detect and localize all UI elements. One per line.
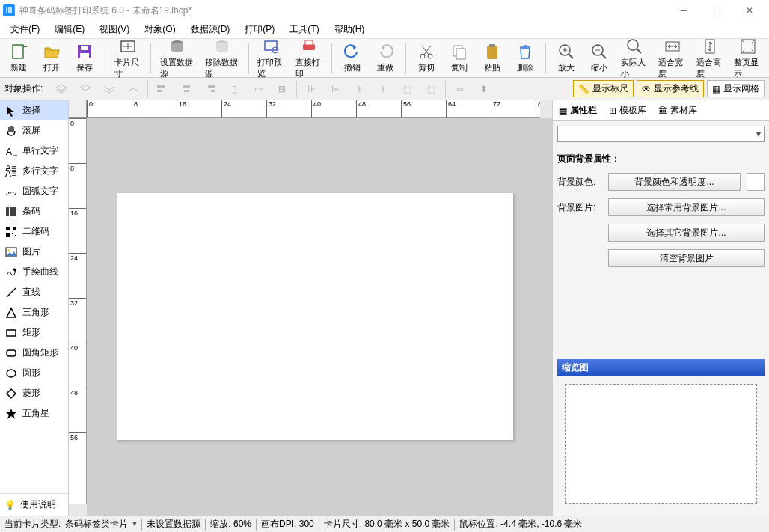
toolbar-fitw-button[interactable]: 适合宽度 [654, 36, 690, 81]
toggle-grid[interactable]: ▦ 显示网格 [707, 80, 765, 97]
hruler-tick: 16 [177, 100, 186, 118]
toolbar-delete-button[interactable]: 删除 [509, 41, 541, 75]
tool-arctext[interactable]: 圆弧文字 [0, 181, 68, 201]
tool-freehand[interactable]: 手绘曲线 [0, 262, 68, 282]
svg-point-44 [7, 370, 16, 377]
tool-text[interactable]: A单行文字 [0, 141, 68, 161]
tool-line[interactable]: 直线 [0, 282, 68, 302]
tab-prop[interactable]: ▤属性栏 [553, 101, 603, 120]
bg-color-swatch[interactable] [747, 173, 765, 191]
tool-roundrect[interactable]: 圆角矩形 [0, 343, 68, 363]
layer-btn-1[interactable] [52, 81, 71, 97]
toolbar-rmds-button[interactable]: 移除数据源 [200, 36, 244, 81]
tool-barcode[interactable]: 条码 [0, 201, 68, 221]
toolbar-setds-button[interactable]: 设置数据源 [156, 36, 199, 81]
toolbar-redo-button[interactable]: 重做 [370, 41, 401, 75]
dist-btn-1[interactable]: ⊪ [301, 81, 321, 97]
minimize-button[interactable]: ─ [667, 0, 700, 21]
toolbar-cut-button[interactable]: 剪切 [411, 41, 442, 75]
align-left-btn[interactable] [153, 81, 172, 97]
label-page[interactable] [117, 193, 513, 440]
layer-btn-3[interactable] [99, 81, 119, 97]
ruler-corner [69, 100, 87, 118]
zoom100-icon [625, 37, 643, 55]
toolbar-copy-button[interactable]: 复制 [444, 41, 475, 75]
tool-rect[interactable]: 矩形 [0, 322, 68, 343]
main-toolbar: +新建打开保存卡片尺寸设置数据源移除数据源打印预览直接打印撤销重做剪切复制粘贴删… [0, 39, 769, 78]
menu-help[interactable]: 帮助(H) [327, 22, 373, 37]
toolbar-save-button[interactable]: 保存 [69, 41, 100, 75]
bg-image-other-button[interactable]: 选择其它背景图片... [608, 224, 765, 242]
dist-btn-6[interactable]: ⬚ [421, 81, 441, 97]
toggle-guides[interactable]: 👁 显示参考线 [637, 80, 704, 97]
toolbar-fith-button[interactable]: 适合高度 [692, 36, 729, 81]
svg-rect-4 [81, 46, 88, 50]
dist-btn-2[interactable]: ⊫ [325, 81, 345, 97]
canvas-scroll[interactable] [87, 118, 552, 516]
paste-icon [483, 43, 501, 61]
help-button[interactable]: 💡使用说明 [0, 493, 68, 516]
tool-mtext[interactable]: A≡A≡多行文字 [0, 161, 68, 181]
barcode-icon [4, 205, 18, 218]
toolbar-zoomin-button[interactable]: 放大 [551, 41, 582, 75]
tool-ellipse[interactable]: 圆形 [0, 363, 68, 383]
dist-btn-5[interactable]: ⬚ [397, 81, 417, 97]
toolbar-direct-button[interactable]: 直接打印 [291, 36, 328, 81]
toolbar-zoomout-button[interactable]: 缩小 [583, 41, 615, 75]
toolbar-fitpage-button[interactable]: 整页显示 [729, 36, 766, 81]
open-icon [43, 43, 61, 61]
tab-tpl[interactable]: ⊞模板库 [603, 101, 652, 120]
tool-qrcode[interactable]: 二维码 [0, 221, 68, 242]
toolbar-undo-button[interactable]: 撤销 [337, 41, 368, 75]
hruler-tick: 56 [401, 100, 411, 118]
toolbar-new-button[interactable]: +新建 [3, 41, 34, 75]
align-btn-5[interactable]: ▭ [248, 81, 268, 97]
hruler-tick: 72 [491, 100, 500, 118]
menu-file[interactable]: 文件(F) [3, 22, 47, 37]
dist-btn-4[interactable]: ⫲ [373, 81, 393, 97]
close-button[interactable]: ✕ [733, 0, 766, 21]
layer-btn-2[interactable] [76, 81, 95, 97]
size-btn-2[interactable]: ⬍ [474, 81, 494, 97]
vertical-ruler[interactable]: 08162432404856 [69, 118, 87, 504]
align-btn-4[interactable]: ▯ [224, 81, 244, 97]
align-right-btn[interactable] [200, 81, 220, 97]
status-cardtype-dropdown[interactable]: 条码标签类卡片 [65, 518, 137, 531]
layer-btn-4[interactable] [123, 81, 143, 97]
status-cardtype-label: 当前卡片类型: [4, 518, 61, 531]
tab-mat[interactable]: 🏛素材库 [652, 101, 703, 120]
toolbar-preview-button[interactable]: 打印预览 [253, 36, 289, 81]
hruler-tick: 40 [311, 100, 321, 118]
svg-rect-3 [80, 53, 89, 58]
menu-edit[interactable]: 编辑(E) [47, 22, 92, 37]
object-selector-combo[interactable] [557, 126, 765, 142]
vruler-tick: 32 [69, 298, 87, 307]
horizontal-ruler[interactable]: 08162432404856647280 [87, 100, 540, 118]
bg-image-clear-button[interactable]: 清空背景图片 [608, 249, 765, 267]
arctext-icon [4, 185, 18, 198]
align-btn-6[interactable]: ⊟ [272, 81, 292, 97]
svg-rect-34 [6, 227, 10, 230]
ruler-icon: 📏 [578, 84, 589, 94]
size-btn-1[interactable]: ⬄ [450, 81, 470, 97]
tool-image[interactable]: 图片 [0, 242, 68, 262]
tool-select[interactable]: 选择 [0, 100, 68, 120]
toolbar-open-button[interactable]: 打开 [36, 41, 67, 75]
toolbar-zoom100-button[interactable]: 实际大小 [616, 36, 653, 81]
right-panel: ▤属性栏⊞模板库🏛素材库 页面背景属性： 背景颜色: 背景颜色和透明度... 背… [552, 100, 769, 516]
save-icon [76, 43, 94, 61]
bg-image-common-button[interactable]: 选择常用背景图片... [608, 198, 765, 216]
tool-pan[interactable]: 滚屏 [0, 120, 68, 141]
toggle-ruler[interactable]: 📏 显示标尺 [573, 80, 634, 97]
tool-triangle[interactable]: 三角形 [0, 302, 68, 322]
object-toolbar: 对象操作: ▯ ▭ ⊟ ⊪ ⊫ ⫴ ⫲ ⬚ ⬚ ⬄ ⬍ 📏 显示标尺 👁 显示参… [0, 78, 769, 100]
tool-diamond[interactable]: 菱形 [0, 383, 68, 403]
tool-star[interactable]: 五角星 [0, 403, 68, 424]
maximize-button[interactable]: ☐ [700, 0, 733, 21]
align-center-btn[interactable] [177, 81, 196, 97]
dist-btn-3[interactable]: ⫴ [349, 81, 369, 97]
toolbar-paste-button[interactable]: 粘贴 [477, 41, 508, 75]
bg-color-button[interactable]: 背景颜色和透明度... [608, 173, 741, 191]
toolbar-cardsize-button[interactable]: 卡片尺寸 [110, 36, 147, 81]
eye-icon: 👁 [642, 84, 651, 94]
